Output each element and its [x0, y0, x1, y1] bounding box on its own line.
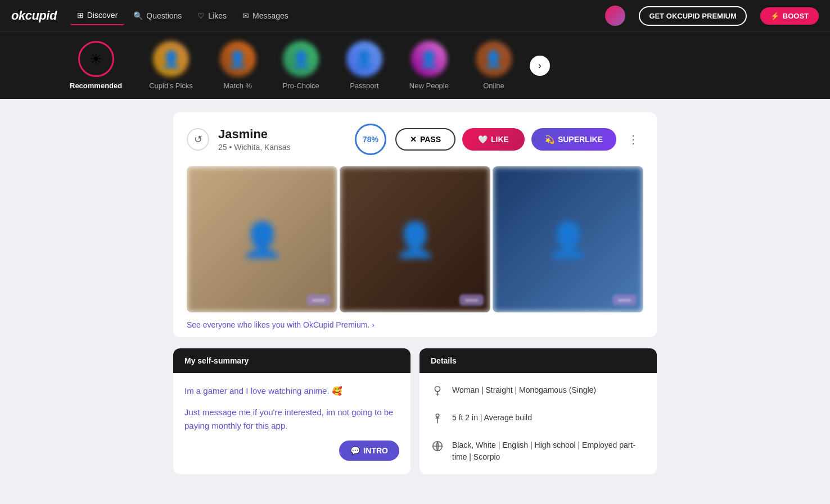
premium-link-bar[interactable]: See everyone who likes you with OkCupid … — [173, 312, 657, 337]
category-cupids-picks[interactable]: 👤 Cupid's Picks — [136, 32, 206, 99]
photo-overlay-2: •••••• — [459, 294, 484, 306]
photos-grid: 👤 •••••• 👤 •••••• 👤 •••••• — [173, 166, 657, 312]
category-label-new-people: New People — [409, 81, 449, 90]
photo-3[interactable]: 👤 •••••• — [493, 166, 643, 312]
match-percentage: 78% — [355, 124, 386, 155]
more-icon: ⋮ — [628, 133, 639, 146]
profile-name: Jasmine — [218, 127, 346, 142]
like-icon: 🤍 — [478, 135, 488, 144]
category-thumb-online: 👤 — [476, 41, 512, 77]
main-content: ↺ Jasmine 25 • Wichita, Kansas 78% ✕ PAS… — [162, 99, 668, 488]
nav-links: ⊞ Discover 🔍 Questions ♡ Likes ✉ Message… — [70, 6, 295, 25]
nav-messages[interactable]: ✉ Messages — [236, 7, 295, 25]
superlike-icon: 💫 — [545, 135, 554, 144]
category-thumb-cupids: 👤 — [153, 41, 189, 77]
pass-icon: ✕ — [410, 135, 417, 144]
intro-button[interactable]: 💬 INTRO — [339, 441, 399, 461]
pass-button[interactable]: ✕ PASS — [395, 128, 455, 151]
category-label-cupids: Cupid's Picks — [149, 81, 193, 90]
globe-icon — [431, 440, 444, 457]
details-body: Woman | Straight | Monogamous (Single) 5… — [419, 373, 657, 474]
category-label-match: Match % — [224, 81, 252, 90]
boost-icon: ⚡ — [770, 12, 779, 20]
detail-gender: Woman | Straight | Monogamous (Single) — [431, 384, 646, 402]
likes-icon: ♡ — [197, 11, 205, 20]
photo-blur-3: 👤 — [493, 166, 643, 312]
profile-card: ↺ Jasmine 25 • Wichita, Kansas 78% ✕ PAS… — [173, 112, 657, 337]
profile-age-location: 25 • Wichita, Kansas — [218, 143, 346, 152]
photo-overlay-1: •••••• — [306, 294, 331, 306]
photo-1[interactable]: 👤 •••••• — [187, 166, 337, 312]
details-list: Woman | Straight | Monogamous (Single) 5… — [431, 384, 646, 463]
gender-icon — [431, 385, 444, 402]
discover-icon: ⊞ — [77, 11, 84, 20]
superlike-button[interactable]: 💫 SUPERLIKE — [531, 128, 616, 151]
svg-point-0 — [435, 387, 440, 392]
undo-button[interactable]: ↺ — [187, 128, 209, 151]
like-button[interactable]: 🤍 LIKE — [462, 128, 525, 151]
details-card: Details Woman | Straight | Monogamous (S… — [419, 348, 657, 474]
category-label-online: Online — [483, 81, 504, 90]
undo-icon: ↺ — [194, 133, 202, 146]
nav-discover[interactable]: ⊞ Discover — [70, 6, 124, 25]
detail-background: Black, White | English | High school | E… — [431, 439, 646, 463]
photo-blur-2: 👤 — [340, 166, 490, 312]
navbar: okcupid ⊞ Discover 🔍 Questions ♡ Likes ✉… — [0, 0, 830, 31]
profile-header: ↺ Jasmine 25 • Wichita, Kansas 78% ✕ PAS… — [173, 112, 657, 166]
detail-height: 5 ft 2 in | Average build — [431, 412, 646, 429]
category-thumb-pro-choice: 👤 — [283, 41, 319, 77]
category-thumb-recommended: ☀ — [78, 41, 114, 77]
profile-name-section: Jasmine 25 • Wichita, Kansas — [218, 127, 346, 152]
category-label-passport: Passport — [350, 81, 378, 90]
action-buttons: ✕ PASS 🤍 LIKE 💫 SUPERLIKE ⋮ — [395, 128, 643, 151]
app-logo: okcupid — [11, 8, 57, 23]
category-thumb-match: 👤 — [220, 41, 256, 77]
self-summary-body: Im a gamer and I love watching anime. 🥰 … — [173, 373, 411, 452]
photo-overlay-3: •••••• — [612, 294, 637, 306]
category-new-people[interactable]: 👤 New People — [396, 32, 462, 99]
category-label-recommended: Recommended — [70, 81, 122, 90]
boost-button[interactable]: ⚡ BOOST — [760, 7, 819, 25]
nav-likes[interactable]: ♡ Likes — [191, 7, 233, 25]
category-thumb-new-people: 👤 — [411, 41, 447, 77]
sections-row: My self-summary Im a gamer and I love wa… — [173, 348, 657, 474]
category-online[interactable]: 👤 Online — [462, 32, 525, 99]
category-bar: ☀ Recommended 👤 Cupid's Picks 👤 Match % … — [0, 31, 830, 99]
nav-questions[interactable]: 🔍 Questions — [127, 7, 188, 25]
premium-button[interactable]: GET OKCUPID PREMIUM — [639, 6, 746, 26]
height-icon — [431, 412, 444, 429]
intro-icon: 💬 — [350, 446, 360, 455]
category-label-pro-choice: Pro-Choice — [283, 81, 319, 90]
category-next-button[interactable]: › — [530, 56, 550, 76]
self-summary-header: My self-summary — [173, 348, 411, 373]
details-header: Details — [419, 348, 657, 373]
category-passport[interactable]: 👤 Passport — [333, 32, 396, 99]
more-options-button[interactable]: ⋮ — [623, 130, 643, 148]
category-recommended[interactable]: ☀ Recommended — [56, 32, 136, 99]
photo-blur-1: 👤 — [187, 166, 337, 312]
photo-2[interactable]: 👤 •••••• — [340, 166, 490, 312]
user-avatar[interactable] — [605, 6, 625, 26]
summary-text: Im a gamer and I love watching anime. 🥰 … — [184, 384, 399, 433]
category-thumb-passport: 👤 — [346, 41, 382, 77]
category-match[interactable]: 👤 Match % — [206, 32, 269, 99]
category-pro-choice[interactable]: 👤 Pro-Choice — [269, 32, 333, 99]
messages-icon: ✉ — [242, 11, 249, 20]
questions-icon: 🔍 — [133, 11, 143, 20]
self-summary-card: My self-summary Im a gamer and I love wa… — [173, 348, 411, 474]
